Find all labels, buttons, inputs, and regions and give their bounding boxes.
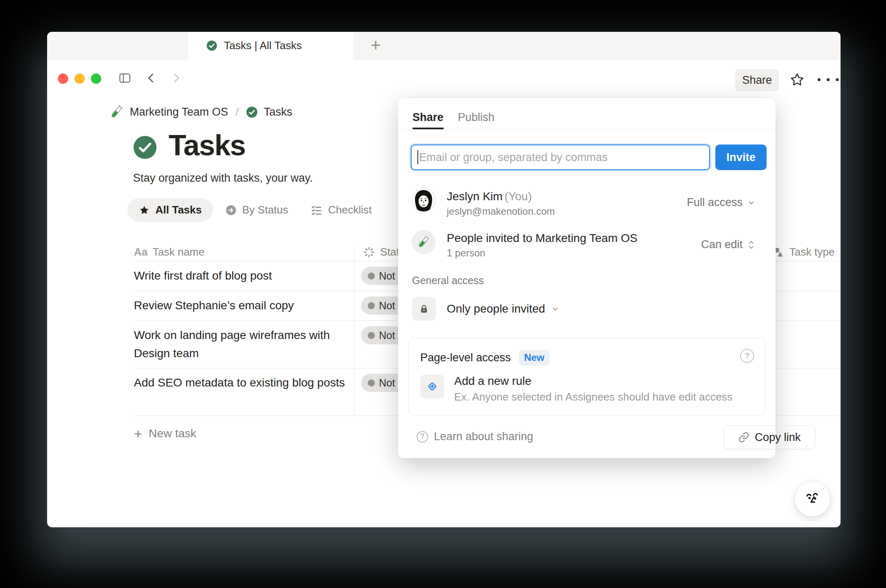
member-name-row: Jeslyn Kim (You) jeslyn@makenotion.com — [447, 190, 555, 217]
diamond-plus-icon — [426, 380, 439, 393]
ai-face-icon — [803, 490, 822, 508]
help-icon: ? — [417, 431, 428, 443]
view-tab-label: Checklist — [328, 204, 372, 216]
notion-app-window: Tasks | All Tasks + Marketing Team OS / … — [47, 32, 841, 527]
chevron-up-down-icon — [747, 239, 756, 250]
invite-email-input[interactable] — [411, 145, 710, 170]
checklist-icon — [311, 204, 322, 216]
add-rule-hint: Ex. Anyone selected in Assignees should … — [454, 391, 733, 403]
page-subtitle: Stay organized with tasks, your way. — [133, 172, 313, 185]
page-level-access-title: Page-level access — [420, 351, 511, 364]
text-caret — [417, 150, 418, 164]
new-badge: New — [519, 350, 549, 365]
page-level-access-card: Page-level access New ? Add a new rule E… — [408, 338, 765, 415]
plus-icon: + — [134, 426, 142, 442]
status-dot-icon — [368, 332, 375, 339]
page-title: Tasks — [169, 129, 245, 162]
copy-link-label: Copy link — [755, 431, 800, 444]
table-row-task-name[interactable]: Add SEO metadata to existing blog posts — [134, 368, 349, 415]
traffic-minimize-button[interactable] — [74, 74, 85, 84]
check-circle-icon — [246, 106, 258, 118]
general-access-label: General access — [412, 275, 484, 287]
learn-about-sharing-link[interactable]: ? Learn about sharing — [417, 430, 533, 443]
dialog-tab-publish[interactable]: Publish — [458, 111, 495, 124]
test-tube-icon — [109, 104, 124, 119]
view-tab-all-tasks[interactable]: All Tasks — [127, 198, 213, 222]
lock-iconbox — [412, 297, 436, 321]
member-detail: jeslyn@makenotion.com — [447, 206, 555, 217]
star-icon — [139, 205, 150, 216]
access-dropdown-full-access[interactable]: Full access — [687, 196, 756, 209]
view-tab-label: All Tasks — [155, 204, 202, 216]
sidebar-toggle-icon[interactable] — [118, 71, 131, 85]
table-row-task-name[interactable]: Review Stephanie’s email copy — [134, 291, 349, 320]
share-button[interactable]: Share — [735, 69, 779, 91]
invite-button[interactable]: Invite — [715, 145, 767, 170]
access-label: Can edit — [701, 238, 743, 251]
favorite-star-icon[interactable] — [790, 72, 805, 87]
traffic-zoom-button[interactable] — [91, 74, 101, 84]
arrow-circle-icon — [226, 205, 236, 216]
card-title-row: Page-level access New — [420, 350, 549, 365]
member-suffix: (You) — [505, 190, 532, 203]
view-tab-label: By Status — [242, 204, 288, 216]
member-name-row: People invited to Marketing Team OS 1 pe… — [447, 232, 638, 259]
new-task-button[interactable]: + New task — [134, 422, 196, 446]
breadcrumb: Marketing Team OS / Tasks — [109, 100, 292, 124]
view-tab-by-status[interactable]: By Status — [226, 198, 288, 222]
column-header-task-type[interactable]: Task type — [773, 246, 835, 258]
dialog-divider — [398, 129, 776, 130]
member-name: People invited to Marketing Team OS — [447, 232, 638, 244]
back-icon[interactable] — [145, 71, 158, 85]
more-options-icon[interactable] — [815, 76, 841, 84]
lock-icon — [418, 303, 430, 315]
new-tab-button[interactable]: + — [365, 35, 386, 56]
status-dot-icon — [368, 379, 375, 386]
view-tab-checklist[interactable]: Checklist — [311, 198, 372, 222]
help-icon[interactable]: ? — [740, 349, 754, 363]
link-icon — [738, 432, 750, 443]
add-rule-text: Add a new rule Ex. Anyone selected in As… — [454, 375, 733, 403]
test-tube-icon — [417, 235, 431, 249]
learn-label: Learn about sharing — [434, 430, 533, 443]
new-task-label: New task — [149, 427, 196, 440]
table-row-task-name[interactable]: Write first draft of blog post — [134, 261, 349, 291]
forward-icon[interactable] — [169, 71, 183, 85]
add-rule-iconbox — [420, 375, 444, 398]
status-spinner-icon — [363, 246, 375, 258]
member-detail: 1 person — [447, 247, 638, 259]
page-icon-check-circle[interactable] — [133, 135, 157, 159]
breadcrumb-workspace[interactable]: Marketing Team OS — [130, 106, 228, 119]
tab-title: Tasks | All Tasks — [224, 39, 302, 52]
status-dot-icon — [368, 302, 375, 309]
copy-link-button[interactable]: Copy link — [724, 425, 815, 449]
access-dropdown-can-edit[interactable]: Can edit — [701, 238, 756, 251]
check-circle-icon — [206, 40, 217, 51]
general-access-row[interactable]: Only people invited — [412, 297, 560, 321]
column-divider — [354, 244, 355, 415]
active-tab-underline — [412, 128, 444, 129]
column-header-label: Task name — [152, 246, 205, 258]
add-rule-title: Add a new rule — [454, 375, 733, 388]
avatar-jeslyn — [412, 188, 436, 212]
text-aa-icon: Aa — [134, 246, 148, 258]
chevron-down-icon — [551, 304, 560, 313]
status-dot-icon — [368, 273, 375, 280]
column-header-label: Task type — [789, 246, 835, 258]
general-access-value: Only people invited — [447, 302, 545, 315]
dialog-tab-share[interactable]: Share — [412, 111, 443, 124]
tab-tasks-all-tasks[interactable]: Tasks | All Tasks — [188, 32, 353, 59]
member-name: Jeslyn Kim — [447, 190, 503, 203]
traffic-close-button[interactable] — [58, 74, 68, 84]
browser-tab-bar: Tasks | All Tasks + — [47, 32, 841, 59]
avatar-workspace-group — [412, 230, 436, 254]
table-row-task-name[interactable]: Work on landing page wireframes with Des… — [134, 320, 349, 368]
notion-ai-button[interactable] — [795, 481, 830, 517]
column-header-task-name[interactable]: Aa Task name — [134, 246, 205, 258]
access-label: Full access — [687, 196, 743, 209]
breadcrumb-separator: / — [236, 106, 238, 119]
screenshot-root: Tasks | All Tasks + Marketing Team OS / … — [0, 0, 886, 588]
add-rule-row[interactable]: Add a new rule Ex. Anyone selected in As… — [420, 375, 733, 403]
share-dialog: Share Publish Invite — [398, 98, 776, 458]
breadcrumb-page[interactable]: Tasks — [264, 106, 292, 119]
